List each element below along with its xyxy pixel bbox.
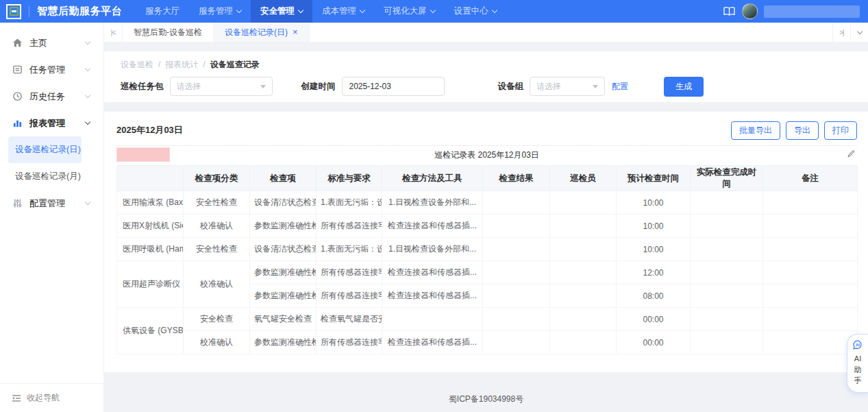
chevron-down-icon <box>360 8 365 13</box>
table-row: 医用输液泵 (Baxter ... 安全性检查 设备清洁状态检查 1.表面无污垢… <box>117 191 858 215</box>
breadcrumb-item[interactable]: 报表统计 <box>165 59 198 71</box>
table-cell: 10:00 <box>617 215 691 238</box>
user-avatar[interactable] <box>742 3 758 19</box>
table-header-cell: 巡检员 <box>550 166 617 191</box>
breadcrumb-item[interactable]: 设备巡检 <box>121 59 153 71</box>
table-cell: 所有传感器连接牢... <box>317 215 382 238</box>
bar-chart-icon <box>12 118 23 129</box>
ai-assistant-button[interactable]: AI AI 助 手 <box>847 334 868 393</box>
table-cell: 所有传感器连接牢... <box>317 261 382 284</box>
tab-smart-logistics-inspection[interactable]: 智慧后勤-设备巡检 <box>122 23 213 42</box>
table-cell <box>550 331 617 354</box>
batch-export-button[interactable]: 批量导出 <box>731 121 780 140</box>
collapse-nav-button[interactable]: 收起导航 <box>0 383 103 412</box>
table-cell <box>550 238 617 261</box>
table-cell: 00:00 <box>617 331 691 354</box>
table-row: 医用呼吸机 (Hamilt... 安全性检查 设备清洁状态检查 1.表面无污垢：… <box>117 238 858 261</box>
table-cell <box>691 331 763 354</box>
table-cell: 参数监测准确性检查 <box>250 215 317 238</box>
table-cell: 00:00 <box>617 308 691 331</box>
sidebar-item-report-mgmt[interactable]: 报表管理 <box>0 110 103 136</box>
filter-panel: 设备巡检 / 报表统计 / 设备巡查记录 巡检任务包 请选择 创建时间 设备组 <box>104 51 868 102</box>
sidebar-item-label: 配置管理 <box>29 197 65 210</box>
table-cell <box>691 191 763 215</box>
table-cell <box>691 215 763 238</box>
table-header-cell: 实际检查完成时间 <box>691 166 763 191</box>
sidebar-item-task-mgmt[interactable]: 任务管理 <box>0 56 103 83</box>
create-time-input[interactable] <box>342 77 445 96</box>
table-header-cell: 检查项 <box>250 166 317 191</box>
table-cell: 校准确认 <box>184 215 250 238</box>
table-cell: 检查连接器和传感器插... <box>382 261 483 284</box>
table-cell <box>483 308 550 331</box>
table-row: 校准确认 参数监测准确性检查 所有传感器连接牢... 检查连接器和传感器插...… <box>117 331 858 354</box>
caret-down-icon <box>593 85 598 88</box>
device-cell: 医用呼吸机 (Hamilt... <box>117 238 184 261</box>
chevron-down-icon <box>85 119 90 125</box>
config-link[interactable]: 配置 <box>612 81 628 93</box>
nav-item-settings-center[interactable]: 设置中心 <box>445 0 506 23</box>
nav-item-label: 服务管理 <box>199 5 233 17</box>
table-cell: 设备清洁状态检查 <box>250 191 317 215</box>
redacted-username <box>764 5 860 18</box>
sidebar-item-inspection-record-monthly[interactable]: 设备巡检记录(月) <box>8 163 82 190</box>
tabs-scroll-right-button[interactable]: >| <box>832 23 850 42</box>
top-navbar: 智慧后勤服务平台 服务大厅 服务管理 安全管理 成本管理 可视化大屏 <box>0 0 868 23</box>
device-cell: 医用输液泵 (Baxter ... <box>117 191 184 215</box>
table-cell <box>691 284 763 308</box>
tabs-menu-button[interactable] <box>850 23 868 42</box>
sidebar-item-home[interactable]: 主页 <box>0 29 103 56</box>
chevron-down-icon <box>85 39 90 45</box>
table-cell <box>763 308 858 331</box>
nav-item-service-mgmt[interactable]: 服务管理 <box>189 0 251 23</box>
close-icon[interactable]: × <box>293 27 298 36</box>
topnav-user-area[interactable] <box>723 3 868 19</box>
table-header-cell: 备注 <box>763 166 858 191</box>
generate-button[interactable]: 生成 <box>664 77 704 97</box>
table-cell: 参数监测准确性检查 <box>250 331 317 354</box>
table-cell <box>483 261 550 284</box>
table-cell: 参数监测准确性检查 <box>250 261 317 284</box>
sidebar-item-config-mgmt[interactable]: 配置管理 <box>0 190 103 217</box>
handbook-icon[interactable] <box>723 6 736 16</box>
nav-item-visual-screen[interactable]: 可视化大屏 <box>374 0 445 23</box>
tab-inspection-record-daily[interactable]: 设备巡检记录(日) × <box>213 23 310 42</box>
sidebar-item-label: 历史任务 <box>29 90 65 103</box>
print-button[interactable]: 打印 <box>824 121 857 140</box>
device-cell: 供氧设备 (GYSB001) <box>117 308 184 354</box>
chevron-down-icon <box>430 8 435 13</box>
nav-item-service-hall[interactable]: 服务大厅 <box>136 0 189 23</box>
sidebar-item-history-tasks[interactable]: 历史任务 <box>0 83 103 110</box>
main-content: |< 智慧后勤-设备巡检 设备巡检记录(日) × >| 设备巡检 / <box>104 23 868 412</box>
nav-item-label: 可视化大屏 <box>384 5 427 17</box>
edit-pencil-icon[interactable] <box>847 149 856 160</box>
table-cell: 设备清洁状态检查 <box>250 238 317 261</box>
table-cell: 安全检查 <box>184 308 250 331</box>
nav-item-label: 安全管理 <box>260 5 295 17</box>
divider <box>116 145 857 146</box>
chevron-down-icon <box>298 8 303 13</box>
table-cell <box>483 215 550 238</box>
export-button[interactable]: 导出 <box>786 121 819 140</box>
report-date-heading: 2025年12月03日 <box>116 124 183 136</box>
sidebar-item-label: 主页 <box>29 37 47 49</box>
breadcrumb-current: 设备巡查记录 <box>210 59 260 71</box>
table-cell: 氧气罐安全检查 <box>250 308 317 331</box>
nav-item-safety-mgmt[interactable]: 安全管理 <box>251 0 312 23</box>
table-cell <box>550 261 617 284</box>
tabs-scroll-left-button[interactable]: |< <box>104 23 122 42</box>
ai-head-icon: AI <box>851 339 865 353</box>
sliders-icon <box>12 198 23 209</box>
device-cell: 医用X射线机 (Siem... <box>117 215 184 238</box>
table-cell <box>483 331 550 354</box>
main-nav: 服务大厅 服务管理 安全管理 成本管理 可视化大屏 设置中心 <box>136 0 506 23</box>
nav-item-label: 服务大厅 <box>145 5 179 17</box>
table-cell: 10:00 <box>617 238 691 261</box>
sidebar-item-inspection-record-daily[interactable]: 设备巡检记录(日) <box>8 136 82 163</box>
task-package-select[interactable]: 请选择 <box>170 77 273 96</box>
table-cell: 检查连接器和传感器插... <box>382 284 483 308</box>
device-cell: 医用超声诊断仪 (G... <box>117 261 184 308</box>
device-group-select[interactable]: 请选择 <box>530 77 605 96</box>
nav-item-cost-mgmt[interactable]: 成本管理 <box>312 0 374 23</box>
table-cell: 1.表面无污垢：设... <box>317 238 382 261</box>
